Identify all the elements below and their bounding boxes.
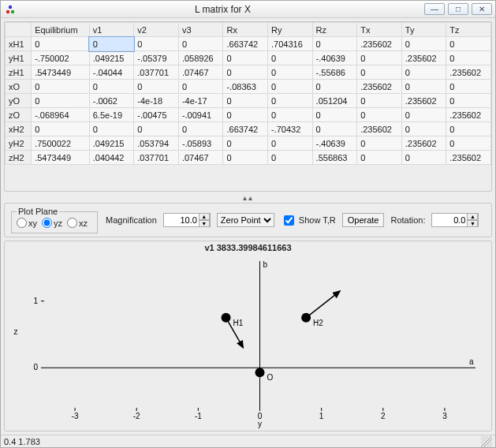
maximize-button[interactable]: □ xyxy=(448,3,468,15)
data-cell[interactable]: 0 xyxy=(312,108,357,122)
data-cell[interactable]: 0 xyxy=(268,136,313,151)
plane-radio-input[interactable] xyxy=(17,218,27,228)
data-cell[interactable]: -.750002 xyxy=(32,51,90,65)
rot-down-button[interactable]: ▼ xyxy=(467,220,478,227)
data-cell[interactable]: 0 xyxy=(32,94,90,108)
close-button[interactable]: ✕ xyxy=(472,3,492,15)
data-cell[interactable]: 0 xyxy=(268,151,313,165)
data-cell[interactable]: 0 xyxy=(357,51,402,65)
data-cell[interactable]: 0 xyxy=(446,80,491,94)
data-cell[interactable]: 0 xyxy=(357,65,402,80)
data-cell[interactable]: 0 xyxy=(312,122,357,136)
mag-up-button[interactable]: ▲ xyxy=(199,213,210,220)
row-header-cell[interactable]: xO xyxy=(6,80,32,94)
data-cell[interactable]: -.40639 xyxy=(312,51,357,65)
column-header[interactable]: Rz xyxy=(312,23,357,37)
data-cell[interactable]: -.05893 xyxy=(178,136,223,151)
data-cell[interactable]: 0 xyxy=(401,80,446,94)
magnification-input[interactable] xyxy=(164,214,199,226)
data-cell[interactable]: 0 xyxy=(357,151,402,165)
data-cell[interactable]: 0 xyxy=(268,80,313,94)
column-header[interactable]: v2 xyxy=(134,23,179,37)
data-cell[interactable]: 0 xyxy=(357,136,402,151)
data-cell[interactable]: .07467 xyxy=(178,65,223,80)
column-header[interactable]: v1 xyxy=(89,23,134,37)
row-header-cell[interactable]: xH2 xyxy=(6,122,32,136)
show-tr-checkbox[interactable]: Show T,R xyxy=(281,213,336,228)
data-cell[interactable]: 0 xyxy=(357,94,402,108)
show-tr-input[interactable] xyxy=(284,215,294,226)
plane-radio-input[interactable] xyxy=(67,218,77,228)
data-cell[interactable]: -.068964 xyxy=(32,108,90,122)
data-cell[interactable]: .051204 xyxy=(312,94,357,108)
data-cell[interactable]: .235602 xyxy=(446,151,491,165)
column-header[interactable] xyxy=(6,23,32,37)
plane-radio-input[interactable] xyxy=(42,218,52,228)
operate-button[interactable]: Operate xyxy=(342,213,385,227)
data-cell[interactable]: 0 xyxy=(178,122,223,136)
column-header[interactable]: Tx xyxy=(357,23,402,37)
column-header[interactable]: Equilibrium xyxy=(32,23,90,37)
minimize-button[interactable]: — xyxy=(424,3,445,15)
data-cell[interactable]: 0 xyxy=(268,94,313,108)
row-header-cell[interactable]: zH2 xyxy=(6,151,32,165)
data-cell[interactable]: 0 xyxy=(89,80,134,94)
data-cell[interactable]: 0 xyxy=(446,122,491,136)
data-cell[interactable]: .053794 xyxy=(134,136,179,151)
data-cell[interactable]: 0 xyxy=(357,108,402,122)
data-cell[interactable]: 0 xyxy=(223,136,268,151)
row-header-cell[interactable]: xH1 xyxy=(6,37,32,51)
data-cell[interactable]: -.40639 xyxy=(312,136,357,151)
data-cell[interactable]: .037701 xyxy=(134,65,179,80)
data-cell[interactable]: -.55686 xyxy=(312,65,357,80)
column-header[interactable]: Ty xyxy=(401,23,446,37)
data-cell[interactable]: -.05379 xyxy=(134,51,179,65)
data-cell[interactable]: 0 xyxy=(268,108,313,122)
data-cell[interactable]: .235602 xyxy=(357,37,402,51)
data-cell[interactable]: 0 xyxy=(223,151,268,165)
data-cell[interactable]: .235602 xyxy=(357,122,402,136)
column-header[interactable]: Tz xyxy=(446,23,491,37)
data-cell[interactable]: 0 xyxy=(446,94,491,108)
data-cell[interactable]: 0 xyxy=(178,37,223,51)
data-cell[interactable]: .07467 xyxy=(178,151,223,165)
data-cell[interactable]: .058926 xyxy=(178,51,223,65)
data-cell[interactable]: -.70432 xyxy=(268,122,313,136)
row-header-cell[interactable]: yH2 xyxy=(6,136,32,151)
data-cell[interactable]: 0 xyxy=(401,151,446,165)
data-cell[interactable]: -.04044 xyxy=(89,65,134,80)
data-cell[interactable]: .663742 xyxy=(223,122,268,136)
data-cell[interactable]: 0 xyxy=(446,51,491,65)
data-cell[interactable]: .037701 xyxy=(134,151,179,165)
column-header[interactable]: v3 xyxy=(178,23,223,37)
data-cell[interactable]: 6.5e-19 xyxy=(89,108,134,122)
data-cell[interactable]: 0 xyxy=(446,136,491,151)
data-cell[interactable]: .704316 xyxy=(268,37,313,51)
plane-radio-yz[interactable]: yz xyxy=(42,218,62,228)
data-cell[interactable]: 0 xyxy=(223,51,268,65)
data-cell[interactable]: 0 xyxy=(401,37,446,51)
data-cell[interactable]: -.0062 xyxy=(89,94,134,108)
column-header[interactable]: Ry xyxy=(268,23,313,37)
zero-point-select[interactable]: Zero Point xyxy=(217,213,274,227)
data-cell[interactable]: -.00475 xyxy=(134,108,179,122)
data-cell[interactable]: 0 xyxy=(223,65,268,80)
data-cell[interactable]: .235602 xyxy=(446,65,491,80)
data-cell[interactable]: 0 xyxy=(89,122,134,136)
data-cell[interactable]: 0 xyxy=(268,65,313,80)
row-header-cell[interactable]: zO xyxy=(6,108,32,122)
row-header-cell[interactable]: yO xyxy=(6,94,32,108)
data-cell[interactable]: 0 xyxy=(401,108,446,122)
data-cell[interactable]: 0 xyxy=(32,37,90,51)
magnification-spinner[interactable]: ▲▼ xyxy=(163,213,211,227)
row-header-cell[interactable]: zH1 xyxy=(6,65,32,80)
data-cell[interactable]: .5473449 xyxy=(32,65,90,80)
data-table[interactable]: Equilibriumv1v2v3RxRyRzTxTyTz xH10000.66… xyxy=(5,22,491,165)
data-cell[interactable]: 0 xyxy=(401,122,446,136)
data-cell[interactable]: -.00941 xyxy=(178,108,223,122)
data-cell[interactable]: .049215 xyxy=(89,51,134,65)
data-cell[interactable]: -.08363 xyxy=(223,80,268,94)
plane-radio-xy[interactable]: xy xyxy=(17,218,37,228)
mag-down-button[interactable]: ▼ xyxy=(199,220,210,227)
data-cell[interactable]: 0 xyxy=(32,122,90,136)
